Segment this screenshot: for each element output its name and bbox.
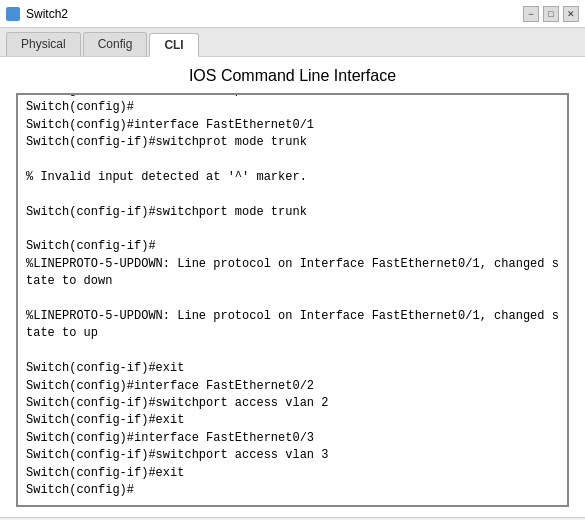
terminal-output: % Invalid input detected at '^' marker. … (26, 95, 561, 499)
app-title: Switch2 (26, 7, 68, 21)
tab-physical[interactable]: Physical (6, 32, 81, 56)
section-title: IOS Command Line Interface (16, 67, 569, 85)
maximize-button[interactable]: □ (543, 6, 559, 22)
tab-bar: Physical Config CLI (0, 28, 585, 57)
close-button[interactable]: ✕ (563, 6, 579, 22)
minimize-button[interactable]: − (523, 6, 539, 22)
main-content: IOS Command Line Interface % Invalid inp… (0, 57, 585, 517)
tab-config[interactable]: Config (83, 32, 148, 56)
terminal-wrapper: % Invalid input detected at '^' marker. … (16, 93, 569, 507)
terminal-scroll[interactable]: % Invalid input detected at '^' marker. … (18, 95, 567, 505)
title-bar-controls: − □ ✕ (523, 6, 579, 22)
app-icon (6, 7, 20, 21)
title-bar: Switch2 − □ ✕ (0, 0, 585, 28)
tab-cli[interactable]: CLI (149, 33, 198, 57)
title-bar-left: Switch2 (6, 7, 68, 21)
